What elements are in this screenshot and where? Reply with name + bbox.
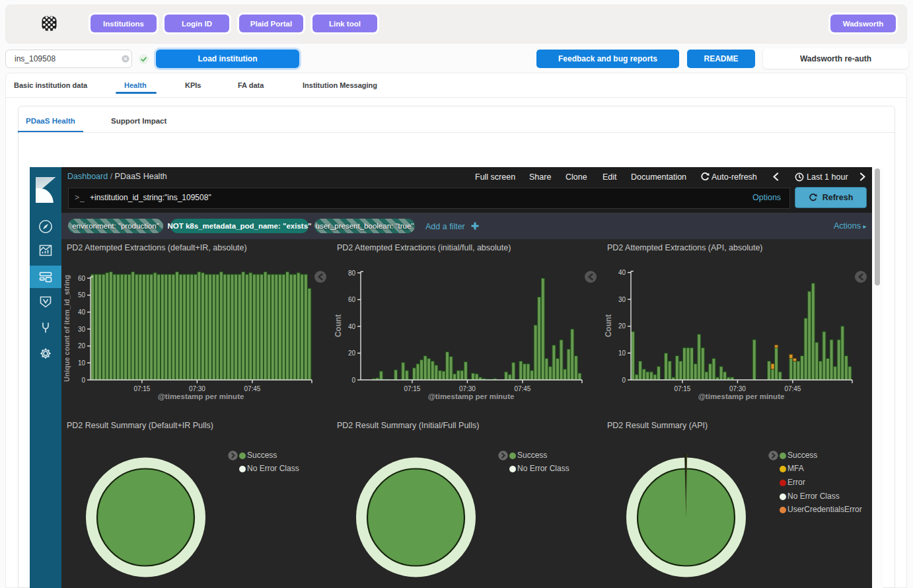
svg-text:20: 20 bbox=[348, 349, 356, 357]
svg-text:50: 50 bbox=[78, 291, 86, 299]
svg-text:10: 10 bbox=[618, 349, 626, 357]
svg-text:07:15: 07:15 bbox=[133, 385, 150, 392]
svg-text:60: 60 bbox=[348, 296, 356, 303]
svg-text:20: 20 bbox=[618, 322, 626, 330]
svg-text:10: 10 bbox=[78, 359, 86, 367]
svg-text:07:45: 07:45 bbox=[784, 385, 801, 392]
svg-text:30: 30 bbox=[618, 296, 626, 303]
svg-text:40: 40 bbox=[618, 269, 626, 276]
svg-text:20: 20 bbox=[78, 342, 86, 349]
svg-text:40: 40 bbox=[78, 309, 86, 316]
svg-text:07:15: 07:15 bbox=[404, 385, 420, 392]
svg-text:Count: Count bbox=[604, 314, 613, 338]
svg-text:Count: Count bbox=[334, 314, 343, 338]
svg-text:@timestamp per minute: @timestamp per minute bbox=[428, 392, 515, 400]
svg-text:@timestamp per minute: @timestamp per minute bbox=[158, 392, 244, 400]
svg-text:07:15: 07:15 bbox=[674, 385, 690, 392]
svg-text:80: 80 bbox=[348, 270, 356, 277]
svg-text:07:30: 07:30 bbox=[729, 385, 746, 392]
svg-text:0: 0 bbox=[622, 377, 626, 384]
svg-text:07:30: 07:30 bbox=[459, 385, 476, 392]
svg-text:60: 60 bbox=[78, 275, 86, 282]
svg-text:30: 30 bbox=[78, 326, 86, 333]
svg-text:07:45: 07:45 bbox=[244, 385, 260, 392]
svg-text:Unique count of item_id_string: Unique count of item_id_string bbox=[63, 275, 71, 382]
svg-text:40: 40 bbox=[348, 323, 356, 330]
svg-text:0: 0 bbox=[351, 377, 355, 384]
svg-text:07:30: 07:30 bbox=[189, 385, 205, 392]
svg-text:@timestamp per minute: @timestamp per minute bbox=[698, 392, 785, 400]
svg-text:07:45: 07:45 bbox=[514, 385, 530, 392]
svg-text:0: 0 bbox=[81, 377, 85, 384]
